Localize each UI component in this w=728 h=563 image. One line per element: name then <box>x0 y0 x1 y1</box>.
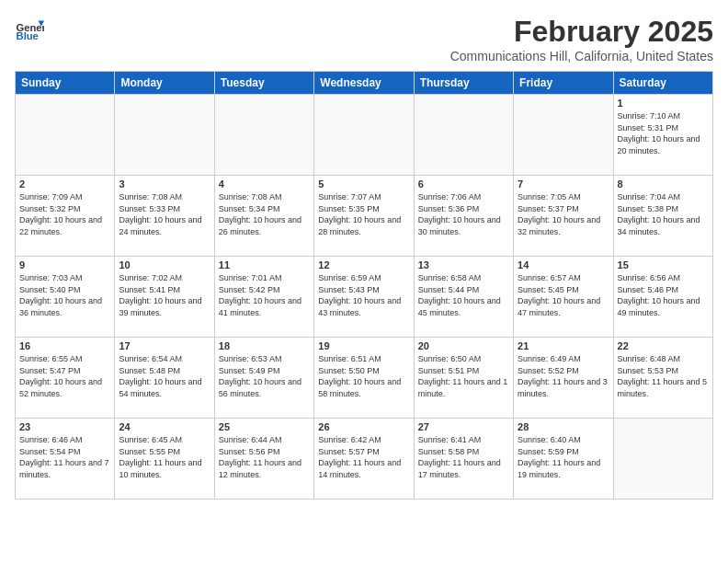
calendar-cell: 25Sunrise: 6:44 AM Sunset: 5:56 PM Dayli… <box>214 419 313 500</box>
day-number: 25 <box>219 421 310 432</box>
day-number: 10 <box>119 259 210 270</box>
weekday-header-wednesday: Wednesday <box>314 72 414 95</box>
calendar-cell: 20Sunrise: 6:50 AM Sunset: 5:51 PM Dayli… <box>414 338 513 419</box>
calendar-cell: 26Sunrise: 6:42 AM Sunset: 5:57 PM Dayli… <box>314 419 414 500</box>
day-info: Sunrise: 7:06 AM Sunset: 5:36 PM Dayligh… <box>418 191 509 237</box>
day-number: 5 <box>318 178 409 190</box>
day-info: Sunrise: 7:02 AM Sunset: 5:41 PM Dayligh… <box>119 272 210 318</box>
calendar-cell: 28Sunrise: 6:40 AM Sunset: 5:59 PM Dayli… <box>514 419 613 500</box>
day-number: 24 <box>119 421 210 432</box>
calendar-cell <box>16 95 115 176</box>
day-number: 7 <box>518 178 609 190</box>
week-row-3: 16Sunrise: 6:55 AM Sunset: 5:47 PM Dayli… <box>16 338 713 419</box>
week-row-0: 1Sunrise: 7:10 AM Sunset: 5:31 PM Daylig… <box>16 95 713 176</box>
day-info: Sunrise: 6:54 AM Sunset: 5:48 PM Dayligh… <box>119 353 210 399</box>
day-number: 11 <box>219 259 310 270</box>
day-info: Sunrise: 6:49 AM Sunset: 5:52 PM Dayligh… <box>518 353 609 399</box>
week-row-1: 2Sunrise: 7:09 AM Sunset: 5:32 PM Daylig… <box>16 176 713 257</box>
calendar-cell: 23Sunrise: 6:46 AM Sunset: 5:54 PM Dayli… <box>16 419 115 500</box>
day-info: Sunrise: 6:44 AM Sunset: 5:56 PM Dayligh… <box>219 434 310 480</box>
day-info: Sunrise: 6:42 AM Sunset: 5:57 PM Dayligh… <box>318 434 409 480</box>
calendar-cell: 13Sunrise: 6:58 AM Sunset: 5:44 PM Dayli… <box>414 257 513 338</box>
day-number: 27 <box>418 421 509 432</box>
day-number: 15 <box>618 259 709 270</box>
day-number: 12 <box>318 259 409 270</box>
day-number: 18 <box>219 340 310 351</box>
calendar-cell: 22Sunrise: 6:48 AM Sunset: 5:53 PM Dayli… <box>613 338 712 419</box>
day-info: Sunrise: 7:03 AM Sunset: 5:40 PM Dayligh… <box>19 272 110 318</box>
day-number: 2 <box>19 178 110 190</box>
calendar-cell <box>514 95 613 176</box>
day-number: 3 <box>119 178 210 190</box>
day-number: 4 <box>219 178 310 190</box>
day-info: Sunrise: 6:57 AM Sunset: 5:45 PM Dayligh… <box>518 272 609 318</box>
calendar-cell: 2Sunrise: 7:09 AM Sunset: 5:32 PM Daylig… <box>16 176 115 257</box>
day-number: 21 <box>518 340 609 351</box>
day-number: 17 <box>119 340 210 351</box>
week-row-4: 23Sunrise: 6:46 AM Sunset: 5:54 PM Dayli… <box>16 419 713 500</box>
calendar-cell: 19Sunrise: 6:51 AM Sunset: 5:50 PM Dayli… <box>314 338 414 419</box>
calendar-cell <box>214 95 313 176</box>
day-info: Sunrise: 7:01 AM Sunset: 5:42 PM Dayligh… <box>219 272 310 318</box>
calendar-cell: 18Sunrise: 6:53 AM Sunset: 5:49 PM Dayli… <box>214 338 313 419</box>
day-info: Sunrise: 7:10 AM Sunset: 5:31 PM Dayligh… <box>618 110 709 156</box>
day-number: 28 <box>518 421 609 432</box>
calendar-cell: 27Sunrise: 6:41 AM Sunset: 5:58 PM Dayli… <box>414 419 513 500</box>
calendar-cell: 9Sunrise: 7:03 AM Sunset: 5:40 PM Daylig… <box>16 257 115 338</box>
main-title: February 2025 <box>450 15 713 49</box>
calendar-cell: 15Sunrise: 6:56 AM Sunset: 5:46 PM Dayli… <box>613 257 712 338</box>
day-number: 14 <box>518 259 609 270</box>
subtitle: Communications Hill, California, United … <box>450 49 713 63</box>
day-info: Sunrise: 6:46 AM Sunset: 5:54 PM Dayligh… <box>19 434 110 480</box>
calendar-cell: 8Sunrise: 7:04 AM Sunset: 5:38 PM Daylig… <box>613 176 712 257</box>
weekday-header-friday: Friday <box>514 72 613 95</box>
weekday-header-sunday: Sunday <box>16 72 115 95</box>
weekday-header-tuesday: Tuesday <box>214 72 313 95</box>
day-info: Sunrise: 6:51 AM Sunset: 5:50 PM Dayligh… <box>318 353 409 399</box>
day-info: Sunrise: 6:58 AM Sunset: 5:44 PM Dayligh… <box>418 272 509 318</box>
day-info: Sunrise: 6:40 AM Sunset: 5:59 PM Dayligh… <box>518 434 609 480</box>
title-block: February 2025 Communications Hill, Calif… <box>450 15 713 63</box>
day-number: 20 <box>418 340 509 351</box>
day-info: Sunrise: 7:05 AM Sunset: 5:37 PM Dayligh… <box>518 191 609 237</box>
day-number: 1 <box>618 98 709 109</box>
calendar-cell: 14Sunrise: 6:57 AM Sunset: 5:45 PM Dayli… <box>514 257 613 338</box>
calendar-cell: 5Sunrise: 7:07 AM Sunset: 5:35 PM Daylig… <box>314 176 414 257</box>
day-number: 26 <box>318 421 409 432</box>
weekday-header-saturday: Saturday <box>613 72 712 95</box>
calendar-cell: 11Sunrise: 7:01 AM Sunset: 5:42 PM Dayli… <box>214 257 313 338</box>
calendar-cell: 21Sunrise: 6:49 AM Sunset: 5:52 PM Dayli… <box>514 338 613 419</box>
week-row-2: 9Sunrise: 7:03 AM Sunset: 5:40 PM Daylig… <box>16 257 713 338</box>
day-number: 23 <box>19 421 110 432</box>
day-info: Sunrise: 6:45 AM Sunset: 5:55 PM Dayligh… <box>119 434 210 480</box>
day-info: Sunrise: 7:08 AM Sunset: 5:33 PM Dayligh… <box>119 191 210 237</box>
calendar-cell: 10Sunrise: 7:02 AM Sunset: 5:41 PM Dayli… <box>115 257 214 338</box>
calendar-cell: 12Sunrise: 6:59 AM Sunset: 5:43 PM Dayli… <box>314 257 414 338</box>
calendar-cell <box>314 95 414 176</box>
weekday-header-monday: Monday <box>115 72 214 95</box>
day-info: Sunrise: 6:50 AM Sunset: 5:51 PM Dayligh… <box>418 353 509 399</box>
weekday-header-thursday: Thursday <box>414 72 513 95</box>
calendar-cell: 17Sunrise: 6:54 AM Sunset: 5:48 PM Dayli… <box>115 338 214 419</box>
logo-icon: General Blue <box>15 15 44 44</box>
day-info: Sunrise: 7:04 AM Sunset: 5:38 PM Dayligh… <box>618 191 709 237</box>
calendar-cell <box>115 95 214 176</box>
page-header: General Blue February 2025 Communication… <box>15 15 713 63</box>
day-number: 6 <box>418 178 509 190</box>
weekday-header-row: SundayMondayTuesdayWednesdayThursdayFrid… <box>16 72 713 95</box>
calendar-cell: 4Sunrise: 7:08 AM Sunset: 5:34 PM Daylig… <box>214 176 313 257</box>
calendar-cell: 1Sunrise: 7:10 AM Sunset: 5:31 PM Daylig… <box>613 95 712 176</box>
calendar-cell: 24Sunrise: 6:45 AM Sunset: 5:55 PM Dayli… <box>115 419 214 500</box>
calendar-cell: 3Sunrise: 7:08 AM Sunset: 5:33 PM Daylig… <box>115 176 214 257</box>
calendar-cell: 6Sunrise: 7:06 AM Sunset: 5:36 PM Daylig… <box>414 176 513 257</box>
logo: General Blue <box>15 15 44 44</box>
day-info: Sunrise: 6:53 AM Sunset: 5:49 PM Dayligh… <box>219 353 310 399</box>
day-info: Sunrise: 6:55 AM Sunset: 5:47 PM Dayligh… <box>19 353 110 399</box>
day-info: Sunrise: 7:07 AM Sunset: 5:35 PM Dayligh… <box>318 191 409 237</box>
day-number: 16 <box>19 340 110 351</box>
calendar-cell <box>414 95 513 176</box>
day-number: 19 <box>318 340 409 351</box>
calendar-cell <box>613 419 712 500</box>
svg-text:Blue: Blue <box>17 30 39 41</box>
calendar-cell: 16Sunrise: 6:55 AM Sunset: 5:47 PM Dayli… <box>16 338 115 419</box>
